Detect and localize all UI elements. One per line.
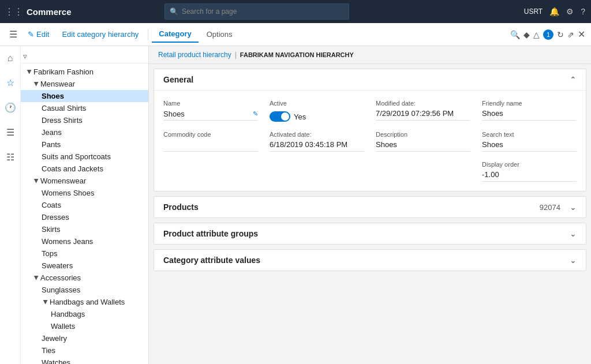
tab-options[interactable]: Options [200,27,240,42]
pencil-icon: ✎ [28,30,34,39]
toolbar-close-icon[interactable]: ✕ [578,29,585,40]
active-toggle[interactable] [270,111,290,122]
detail-panel: Retail product hierarchy | FABRIKAM NAVI… [149,46,591,364]
toolbar-search-icon[interactable]: 🔍 [510,30,520,39]
grid-icon[interactable]: ⋮⋮ [5,6,23,17]
active-label: Active [270,100,364,107]
description-value: Shoes [376,140,470,152]
category-attribute-values-section: Category attribute values ⌄ [154,249,586,271]
toolbar-notification-icon[interactable]: 1 [543,29,553,40]
tree-item-sweaters[interactable]: Sweaters [21,260,148,272]
search-input[interactable] [182,7,344,16]
star-icon[interactable]: ☆ [4,75,17,91]
name-field: Name Shoes ✎ [163,100,258,121]
name-value: Shoes ✎ [163,109,258,121]
tree-item-pants[interactable]: Pants [21,138,148,151]
display-order-field: Display order -1.00 [482,161,577,182]
edit-hierarchy-button[interactable]: Edit category hierarchy [56,28,144,41]
search-text-field: Search text Shoes [482,131,577,152]
clock-icon[interactable]: 🕐 [2,100,18,115]
tree-item-womenswear[interactable]: ▶ Womenswear [21,175,148,187]
tree-item-womens-shoes[interactable]: Womens Shoes [21,187,148,199]
tree-filter-bar: ▿ [21,50,148,63]
display-order-label: Display order [482,161,577,168]
general-collapse-icon[interactable]: ⌃ [570,75,577,84]
active-toggle-wrap: Yes [270,111,364,122]
active-yes-label: Yes [294,112,306,121]
tree-item-root[interactable]: ▶ Fabrikam Fashion [21,66,148,78]
tree-item-jeans[interactable]: Jeans [21,126,148,138]
tree-item-skirts[interactable]: Skirts [21,223,148,235]
commodity-code-value [163,140,258,152]
tree-item-dresses[interactable]: Dresses [21,211,148,223]
global-search[interactable]: 🔍 [164,3,349,20]
product-attribute-groups-expand-icon[interactable]: ⌄ [570,229,577,238]
product-attribute-groups-header[interactable]: Product attribute groups ⌄ [154,223,586,244]
activated-date-field: Activated date: 6/18/2019 03:45:18 PM [270,131,364,152]
category-attribute-values-header[interactable]: Category attribute values ⌄ [154,250,586,271]
tree-panel: ▿ ▶ Fabrikam Fashion ▶ Menswear Shoes Ca… [21,46,149,364]
tree-item-wallets[interactable]: Wallets [21,320,148,332]
tree-item-ties[interactable]: Ties [21,344,148,357]
toolbar-right-icons: 🔍 ◆ △ 1 ↻ ⇗ ✕ [510,29,585,40]
commodity-code-field: Commodity code [163,131,258,152]
arrow-accessories: ▶ [33,274,40,282]
breadcrumb-separator: | [235,51,237,59]
breadcrumb-hierarchy[interactable]: Retail product hierarchy [158,51,231,59]
toolbar-icon-1[interactable]: ◆ [523,30,530,39]
general-form-grid: Name Shoes ✎ Active Yes [163,100,577,182]
settings-icon[interactable]: ⚙ [565,6,575,17]
filter-icon[interactable]: ▿ [23,52,27,61]
breadcrumb-current: FABRIKAM NAVIGATION HIERARCHY [240,51,354,58]
toolbar-expand-icon[interactable]: ⇗ [567,30,574,39]
tree-item-watches[interactable]: Watches [21,357,148,364]
tree-item-shoes[interactable]: Shoes [21,90,148,102]
edit-button[interactable]: ✎ Edit [22,28,55,41]
tree-item-menswear[interactable]: ▶ Menswear [21,78,148,90]
tree-item-casual-shirts[interactable]: Casual Shirts [21,102,148,114]
products-section-header[interactable]: Products 92074 ⌄ [154,197,586,217]
toolbar-icon-2[interactable]: △ [533,30,540,39]
breadcrumb: Retail product hierarchy | FABRIKAM NAVI… [149,46,591,64]
tree-item-coats-jackets[interactable]: Coats and Jackets [21,163,148,175]
activated-date-value: 6/18/2019 03:45:18 PM [270,140,364,152]
tree-item-womens-jeans[interactable]: Womens Jeans [21,235,148,247]
top-bar-right: USRT 🔔 ⚙ ? [523,6,586,17]
modified-date-field: Modified date: 7/29/2019 07:29:56 PM [376,100,470,121]
tree-item-accessories[interactable]: ▶ Accessories [21,272,148,284]
products-right: 92074 ⌄ [540,202,577,212]
arrow-root: ▶ [27,68,33,76]
tree-item-handbags-wallets[interactable]: ▶ Handbags and Wallets [21,296,148,308]
general-section-body: Name Shoes ✎ Active Yes [154,91,586,191]
category-attribute-values-expand-icon[interactable]: ⌄ [570,256,577,265]
tree-item-sunglasses[interactable]: Sunglasses [21,284,148,296]
description-field: Description Shoes [376,131,470,152]
products-section: Products 92074 ⌄ [154,196,586,218]
user-label: USRT [523,6,544,17]
tree-item-coats-w[interactable]: Coats [21,199,148,211]
tree-item-dress-shirts[interactable]: Dress Shirts [21,114,148,126]
product-attribute-groups-section: Product attribute groups ⌄ [154,223,586,245]
toolbar-refresh-icon[interactable]: ↻ [557,30,564,39]
name-edit-icon[interactable]: ✎ [253,110,258,118]
workspace-icon[interactable]: ☰ [4,125,17,140]
product-attribute-groups-title: Product attribute groups [163,229,258,238]
display-order-value: -1.00 [482,170,577,182]
tab-category[interactable]: Category [152,26,198,43]
help-icon[interactable]: ? [579,6,586,17]
tree-item-tops[interactable]: Tops [21,247,148,260]
home-icon[interactable]: ⌂ [5,51,16,66]
tree-item-handbags[interactable]: Handbags [21,308,148,320]
modified-date-value: 7/29/2019 07:29:56 PM [376,109,470,121]
activated-date-label: Activated date: [270,131,364,138]
category-attribute-values-title: Category attribute values [163,256,260,265]
general-section-header[interactable]: General ⌃ [154,69,586,91]
tree-item-suits[interactable]: Suits and Sportcoats [21,151,148,163]
products-expand-icon[interactable]: ⌄ [570,202,577,212]
products-count: 92074 [540,203,560,212]
hamburger-icon[interactable]: ☰ [6,27,21,42]
bell-icon[interactable]: 🔔 [548,6,560,17]
list-icon[interactable]: ☷ [4,149,17,165]
tree-item-jewelry[interactable]: Jewelry [21,332,148,344]
general-section-title: General [163,75,193,84]
